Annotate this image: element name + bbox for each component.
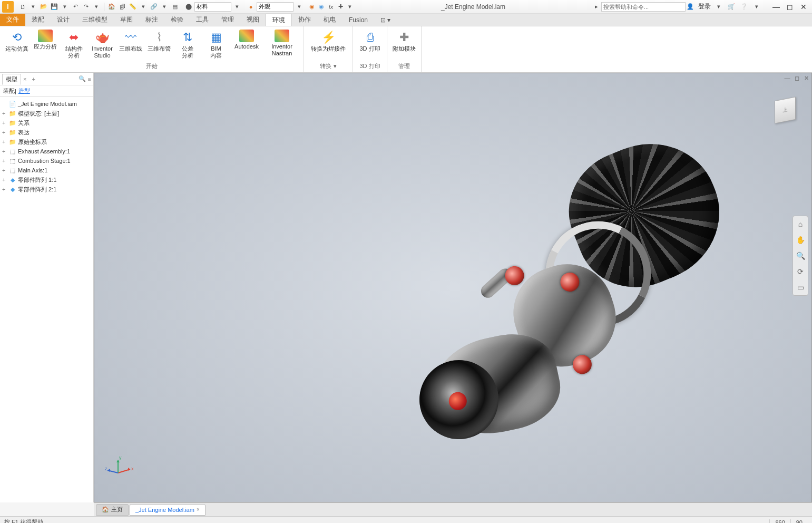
tree-row[interactable]: +📁模型状态: [主要] <box>1 109 92 118</box>
tolerance-button[interactable]: ⇅公差 分析 <box>174 27 201 62</box>
material-input[interactable] <box>194 2 231 12</box>
tree-row[interactable]: +◆零部件阵列 1:1 <box>1 175 92 185</box>
viewcube-face[interactable]: 上 <box>775 96 796 123</box>
user-icon[interactable]: 👤 <box>686 2 695 12</box>
route-tube-button[interactable]: ⌇三维布管 <box>145 27 173 62</box>
color-icon-1[interactable]: ◉ <box>307 2 317 12</box>
panel-tab-close[interactable]: × <box>23 76 26 82</box>
maximize-button[interactable]: ◻ <box>784 2 796 12</box>
expand-icon[interactable]: + <box>2 158 7 164</box>
tree-row[interactable]: +⬚Main Axis:1 <box>1 166 92 175</box>
tree-row[interactable]: +📁表达 <box>1 128 92 137</box>
tab-file[interactable]: 文件 <box>0 14 25 26</box>
appearance-input[interactable] <box>257 2 294 12</box>
panel-tab-add[interactable]: + <box>32 76 35 82</box>
nav-pan-icon[interactable]: ✋ <box>795 234 806 246</box>
chevron-down-icon[interactable]: ▾ <box>752 2 761 12</box>
sub-modeling-link[interactable]: 造型 <box>18 87 30 95</box>
chevron-down-icon[interactable]: ▾ <box>28 2 38 12</box>
addins-button[interactable]: ✚附加模块 <box>390 27 418 62</box>
frame-analysis-button[interactable]: ⬌结构件 分析 <box>60 27 87 62</box>
close-button[interactable]: ✕ <box>797 2 810 12</box>
chevron-down-icon[interactable]: ▾ <box>295 2 304 12</box>
measure-icon[interactable]: 📏 <box>128 2 138 12</box>
3d-print-button[interactable]: ⎙3D 打印 <box>356 27 384 62</box>
open-icon[interactable]: 📂 <box>39 2 48 12</box>
fx-icon[interactable]: fx <box>326 2 336 12</box>
expand-icon[interactable]: + <box>2 186 7 192</box>
tab-tools[interactable]: 工具 <box>190 14 215 26</box>
minimize-button[interactable]: — <box>770 2 782 12</box>
vp-close-icon[interactable]: ✕ <box>802 74 810 82</box>
tab-collaborate[interactable]: 协作 <box>292 14 317 26</box>
chevron-down-icon[interactable]: ▾ <box>92 2 101 12</box>
close-icon[interactable]: × <box>197 507 200 512</box>
nav-lookat-icon[interactable]: ▭ <box>795 282 806 293</box>
vp-maximize-icon[interactable]: ◻ <box>793 74 801 82</box>
expand-icon[interactable]: + <box>2 110 7 117</box>
chevron-down-icon[interactable]: ▾ <box>60 2 70 12</box>
tab-environment[interactable]: 环境 <box>266 14 292 26</box>
material-icon[interactable]: ⬤ <box>184 2 193 12</box>
motion-sim-button[interactable]: ⟲运动仿真 <box>3 27 31 62</box>
chevron-down-icon[interactable]: ▾ <box>232 2 242 12</box>
expand-icon[interactable]: + <box>2 120 7 126</box>
tab-sketch[interactable]: 草图 <box>114 14 139 26</box>
nav-home-icon[interactable]: ⌂ <box>795 218 806 230</box>
tree-row[interactable]: +📁关系 <box>1 118 92 128</box>
cart-icon[interactable]: 🛒 <box>727 2 736 12</box>
view-cube[interactable]: 上 <box>769 94 801 126</box>
home-icon[interactable]: 🏠 <box>107 2 116 12</box>
panel-tab-model[interactable]: 模型 <box>2 74 21 85</box>
tab-electromech[interactable]: 机电 <box>317 14 343 26</box>
save-icon[interactable]: 💾 <box>50 2 59 12</box>
undo-icon[interactable]: ↶ <box>71 2 80 12</box>
redo-icon[interactable]: ↷ <box>81 2 91 12</box>
tree-row[interactable]: +◆零部件阵列 2:1 <box>1 185 92 194</box>
nastran-button[interactable]: Inventor Nastran <box>263 27 300 62</box>
tab-3dmodel[interactable]: 三维模型 <box>76 14 114 26</box>
tree-row[interactable]: 📄_Jet Engine Model.iam <box>1 99 92 109</box>
expand-icon[interactable]: + <box>2 129 7 135</box>
settings-icon[interactable]: ▾ <box>345 2 355 12</box>
chevron-down-icon[interactable]: ▾ <box>160 2 169 12</box>
tree-row[interactable]: +⬚Exhaust Assembly:1 <box>1 147 92 156</box>
autodesk-button[interactable]: Autodesk <box>231 27 262 62</box>
tab-annotate[interactable]: 标注 <box>139 14 164 26</box>
link-icon[interactable]: 🔗 <box>149 2 159 12</box>
help-icon[interactable]: ❔ <box>739 2 749 12</box>
layers-icon[interactable]: ▤ <box>170 2 180 12</box>
menu-icon[interactable]: ≡ <box>88 76 91 82</box>
weldment-button[interactable]: ⚡转换为焊接件 <box>307 27 349 62</box>
expand-icon[interactable]: + <box>2 148 7 154</box>
tab-manage[interactable]: 管理 <box>215 14 240 26</box>
3d-viewport[interactable]: — ◻ ✕ 上 ⌂ ✋ 🔍 ⟳ ▭ <box>94 73 812 502</box>
tab-extras[interactable]: ⊡ ▾ <box>374 14 397 26</box>
new-icon[interactable]: 🗋 <box>18 2 27 12</box>
doc-tab-home[interactable]: 🏠 主页 <box>96 504 129 516</box>
stress-analysis-button[interactable]: 应力分析 <box>32 27 59 62</box>
chevron-down-icon[interactable]: ▾ <box>139 2 148 12</box>
appearance-icon[interactable]: ● <box>246 2 256 12</box>
expand-icon[interactable]: + <box>2 139 7 145</box>
vp-minimize-icon[interactable]: — <box>783 74 791 82</box>
tab-fusion[interactable]: Fusion <box>343 14 374 26</box>
chevron-down-icon[interactable]: ▾ <box>714 2 723 12</box>
nav-zoom-icon[interactable]: 🔍 <box>795 250 806 262</box>
inventor-studio-button[interactable]: 🫖Inventor Studio <box>89 27 116 62</box>
plus-icon[interactable]: ✚ <box>336 2 345 12</box>
bim-button[interactable]: ▦BIM 内容 <box>202 27 230 62</box>
search-play-icon[interactable]: ▸ <box>592 2 601 12</box>
expand-icon[interactable]: + <box>2 167 7 173</box>
tab-inspect[interactable]: 检验 <box>164 14 190 26</box>
tab-design[interactable]: 设计 <box>51 14 76 26</box>
color-icon-2[interactable]: ◉ <box>317 2 326 12</box>
tab-view[interactable]: 视图 <box>240 14 266 26</box>
expand-icon[interactable]: + <box>2 177 7 183</box>
doc-tab-active[interactable]: _Jet Engine Model.iam × <box>130 504 206 516</box>
tab-assembly[interactable]: 装配 <box>25 14 51 26</box>
login-text[interactable]: 登录 <box>698 2 711 11</box>
route-cable-button[interactable]: 〰三维布线 <box>117 27 144 62</box>
search-icon[interactable]: 🔍 <box>79 75 86 82</box>
tree-row[interactable]: +⬚Combustion Stage:1 <box>1 156 92 166</box>
